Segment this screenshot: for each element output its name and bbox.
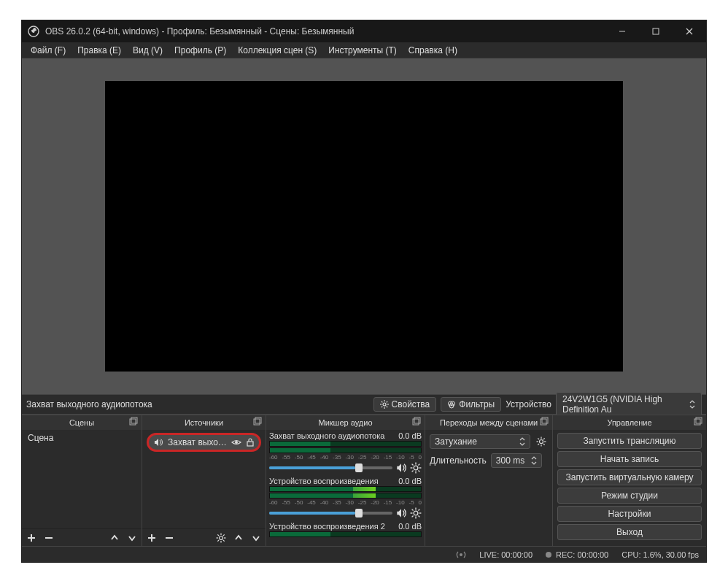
duration-input[interactable]: 300 ms — [491, 453, 542, 468]
maximize-button[interactable] — [639, 20, 673, 42]
svg-point-5 — [383, 403, 386, 406]
menu-tools[interactable]: Инструменты (T) — [322, 42, 402, 58]
svg-rect-58 — [541, 419, 546, 425]
meter-scale: -60-55-50-45-40-35-30-25-20-15-10-50 — [269, 499, 422, 506]
remove-source-button[interactable] — [163, 531, 176, 545]
dock-controls-header[interactable]: Управление — [553, 415, 706, 430]
svg-rect-38 — [413, 419, 419, 425]
transitions-body: Затухание Длительность 300 ms — [425, 430, 552, 546]
window-title: OBS 26.0.2 (64-bit, windows) - Профиль: … — [45, 26, 605, 36]
speaker-icon[interactable] — [395, 462, 407, 474]
properties-button-label: Свойства — [392, 399, 430, 409]
gear-icon[interactable] — [410, 507, 422, 519]
svg-rect-18 — [131, 418, 137, 423]
sources-footer — [142, 528, 266, 546]
mixer-track-name: Устройство воспроизведения — [269, 477, 379, 485]
add-scene-button[interactable] — [25, 531, 38, 545]
svg-line-12 — [381, 407, 382, 408]
transition-type-select[interactable]: Затухание — [430, 434, 530, 449]
svg-rect-25 — [247, 442, 253, 446]
scenes-footer — [22, 528, 142, 546]
window-controls — [605, 20, 706, 42]
scene-item[interactable]: Сцена — [22, 430, 142, 446]
dock-transitions-title: Переходы между сценами — [440, 418, 538, 427]
titlebar[interactable]: OBS 26.0.2 (64-bit, windows) - Профиль: … — [22, 20, 706, 42]
close-button[interactable] — [673, 20, 706, 42]
start-recording-button[interactable]: Начать запись — [557, 451, 702, 467]
menu-scene-collection[interactable]: Коллекция сцен (S) — [232, 42, 322, 58]
duration-value: 300 ms — [496, 455, 524, 466]
svg-point-71 — [460, 553, 462, 556]
menu-file[interactable]: Файл (F) — [25, 42, 71, 58]
gear-icon[interactable] — [535, 435, 548, 448]
move-scene-down-button[interactable] — [125, 531, 139, 545]
svg-line-35 — [223, 540, 225, 542]
speaker-icon[interactable] — [395, 507, 407, 519]
remove-scene-button[interactable] — [42, 531, 55, 545]
gear-icon[interactable] — [410, 462, 422, 474]
move-source-down-button[interactable] — [249, 531, 263, 545]
eye-icon[interactable] — [231, 437, 241, 447]
audio-meter — [269, 441, 422, 447]
audio-meter — [269, 531, 422, 537]
settings-button[interactable]: Настройки — [557, 506, 702, 522]
source-settings-button[interactable] — [214, 531, 228, 545]
dock-mixer: Микшер аудио Захват выходного аудиопоток… — [266, 415, 425, 546]
move-scene-up-button[interactable] — [108, 531, 121, 545]
svg-line-36 — [217, 540, 219, 542]
sources-list[interactable]: Захват выходног — [142, 430, 266, 528]
menu-help[interactable]: Справка (H) — [403, 42, 463, 58]
dock-transitions-header[interactable]: Переходы между сценами — [425, 415, 552, 430]
menu-view[interactable]: Вид (V) — [127, 42, 169, 58]
mixer-track-level: 0.0 dB — [398, 477, 422, 485]
dock-mixer-header[interactable]: Микшер аудио — [266, 415, 425, 430]
exit-button[interactable]: Выход — [557, 524, 702, 540]
svg-point-24 — [235, 441, 238, 444]
duration-label: Длительность — [430, 455, 487, 466]
move-source-up-button[interactable] — [232, 531, 245, 545]
device-label: Устройство — [506, 399, 551, 409]
svg-rect-22 — [254, 419, 260, 425]
dock-mixer-title: Микшер аудио — [318, 418, 372, 427]
svg-rect-23 — [255, 418, 261, 423]
svg-point-40 — [414, 466, 418, 470]
source-item[interactable]: Захват выходног — [147, 433, 261, 452]
dock-scenes-title: Сцены — [69, 418, 94, 427]
device-select[interactable]: 24V2W1G5 (NVIDIA High Definition Au — [556, 392, 702, 417]
dock-sources-header[interactable]: Источники — [142, 415, 266, 430]
volume-slider[interactable] — [269, 466, 392, 469]
filters-button-label: Фильтры — [459, 399, 495, 409]
volume-slider[interactable] — [269, 512, 392, 515]
obs-logo-icon — [28, 26, 39, 37]
svg-point-49 — [414, 511, 418, 515]
popout-icon[interactable] — [693, 417, 703, 427]
minimize-button[interactable] — [605, 20, 639, 42]
status-cpu: CPU: 1.6%, 30.00 fps — [621, 550, 699, 559]
svg-line-57 — [418, 509, 419, 511]
audio-meter — [269, 486, 422, 492]
properties-button[interactable]: Свойства — [373, 397, 437, 412]
dock-scenes-header[interactable]: Сцены — [22, 415, 142, 430]
svg-line-46 — [418, 470, 419, 472]
svg-line-56 — [412, 515, 414, 517]
source-item-label: Захват выходног — [168, 437, 227, 447]
preview-area[interactable] — [22, 58, 706, 394]
menu-edit[interactable]: Правка (E) — [71, 42, 127, 58]
audio-meter — [269, 447, 422, 453]
svg-line-67 — [538, 444, 539, 445]
studio-mode-button[interactable]: Режим студии — [557, 488, 702, 504]
popout-icon[interactable] — [539, 417, 549, 427]
lock-icon[interactable] — [246, 437, 255, 447]
scenes-list[interactable]: Сцена — [22, 430, 142, 528]
popout-icon[interactable] — [411, 417, 422, 427]
start-streaming-button[interactable]: Запустить трансляцию — [557, 433, 702, 449]
filters-button[interactable]: Фильтры — [441, 397, 501, 412]
svg-rect-70 — [696, 418, 702, 423]
dock-controls-title: Управление — [607, 418, 651, 427]
add-source-button[interactable] — [145, 531, 158, 545]
start-virtualcam-button[interactable]: Запустить виртуальную камеру — [557, 469, 702, 485]
menu-profile[interactable]: Профиль (P) — [169, 42, 232, 58]
gear-icon — [380, 400, 389, 409]
popout-icon[interactable] — [252, 417, 263, 427]
popout-icon[interactable] — [128, 417, 139, 427]
